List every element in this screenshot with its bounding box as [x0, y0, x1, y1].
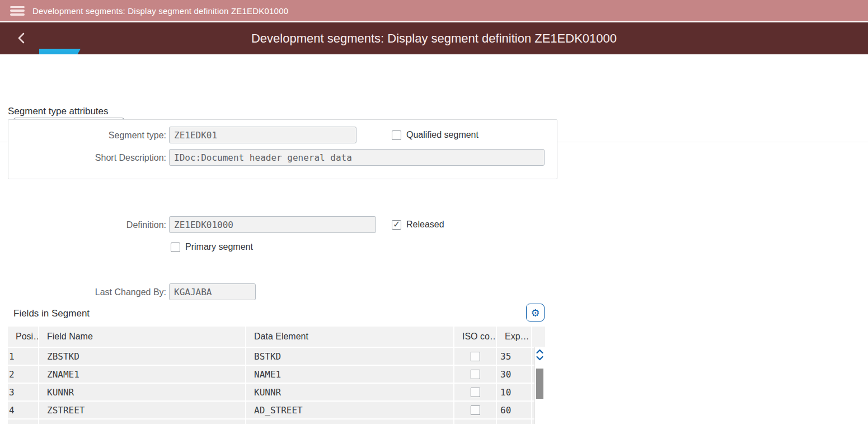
cell-iso-code [454, 420, 496, 424]
cell-data-element: KUNNR [246, 384, 453, 400]
qualified-segment-checkbox[interactable] [392, 131, 401, 140]
column-header-export-length[interactable]: Exp… [497, 327, 531, 347]
cell-field-name [39, 420, 245, 424]
definition-label: Definition: [54, 220, 166, 230]
last-changed-by-label: Last Changed By: [54, 287, 166, 297]
segment-type-field[interactable]: ZE1EDK01 [169, 127, 356, 143]
page-title: Development segments: Display segment de… [0, 22, 868, 54]
cell-export-length: 60 [497, 402, 531, 418]
cell-iso-code [454, 348, 496, 365]
cell-position: 4 [8, 402, 38, 418]
table-body: 1 ZBSTKD BSTKD 35 2 ZNAME1 NAME1 30 3 KU… [8, 348, 545, 424]
scrollbar-thumb[interactable] [536, 369, 543, 399]
short-description-field[interactable]: IDoc:Document header general data [169, 149, 545, 166]
column-header-position[interactable]: Posi… [8, 327, 38, 347]
cell-position: 2 [8, 366, 38, 383]
cell-position: 3 [8, 384, 38, 400]
cell-field-name: KUNNR [39, 384, 245, 400]
cell-field-name: ZSTREET [39, 402, 245, 418]
fields-in-segment-heading: Fields in Segment [13, 308, 90, 319]
cell-iso-code [454, 402, 496, 418]
primary-segment-checkbox[interactable] [171, 243, 180, 252]
table-scrollbar[interactable] [534, 347, 544, 424]
cell-field-name: ZBSTKD [39, 348, 245, 365]
column-header-data-element[interactable]: Data Element [246, 327, 453, 347]
app-header: SAP Development segments: Display segmen… [0, 22, 868, 54]
table-row[interactable]: 2 ZNAME1 NAME1 30 [8, 366, 534, 383]
iso-code-checkbox[interactable] [471, 388, 480, 397]
iso-code-checkbox[interactable] [471, 352, 480, 361]
qualified-segment-label: Qualified segment [406, 130, 478, 140]
table-row[interactable] [8, 420, 534, 424]
table-row[interactable]: 3 KUNNR KUNNR 10 [8, 384, 534, 400]
released-checkbox[interactable] [392, 220, 401, 230]
statusbar-title: Development segments: Display segment de… [32, 6, 288, 16]
scroll-down-icon[interactable] [536, 356, 543, 361]
cell-export-length: 35 [497, 348, 531, 365]
cell-iso-code [454, 366, 496, 383]
table-header-row: Posi… Field Name Data Element ISO co… Ex… [8, 327, 545, 347]
column-header-iso-code[interactable]: ISO co… [454, 327, 496, 347]
gear-icon: ⚙ [531, 307, 539, 319]
iso-code-checkbox[interactable] [471, 370, 480, 379]
cell-export-length: 10 [497, 384, 531, 400]
cell-data-element [246, 420, 453, 424]
status-bar: Development segments: Display segment de… [0, 0, 868, 21]
cell-position [8, 420, 38, 424]
toolbar: More [0, 54, 868, 88]
cell-data-element: BSTKD [246, 348, 453, 365]
cell-export-length: 30 [497, 366, 531, 383]
segment-type-label: Segment type: [54, 131, 166, 141]
last-changed-by-field[interactable]: KGAJABA [169, 283, 256, 300]
cell-data-element: AD_STREET [246, 402, 453, 418]
primary-segment-label: Primary segment [185, 242, 253, 252]
column-header-filler [532, 327, 545, 347]
menu-icon[interactable] [10, 6, 25, 16]
short-description-label: Short Description: [54, 153, 166, 163]
sap-gui-window: Development segments: Display segment de… [0, 0, 868, 424]
iso-code-checkbox[interactable] [471, 406, 480, 415]
table-settings-button[interactable]: ⚙ [526, 304, 545, 322]
fields-table: Posi… Field Name Data Element ISO co… Ex… [8, 327, 545, 424]
definition-field[interactable]: ZE1EDK01000 [169, 216, 376, 233]
table-row[interactable]: 1 ZBSTKD BSTKD 35 [8, 348, 534, 365]
cell-export-length [497, 420, 531, 424]
cell-iso-code [454, 384, 496, 400]
table-row[interactable]: 4 ZSTREET AD_STREET 60 [8, 402, 534, 418]
column-header-field-name[interactable]: Field Name [39, 327, 245, 347]
released-label: Released [406, 220, 444, 230]
scroll-up-icon[interactable] [536, 349, 543, 354]
segment-attributes-heading: Segment type attributes [8, 106, 109, 117]
cell-field-name: ZNAME1 [39, 366, 245, 383]
cell-position: 1 [8, 348, 38, 365]
cell-data-element: NAME1 [246, 366, 453, 383]
